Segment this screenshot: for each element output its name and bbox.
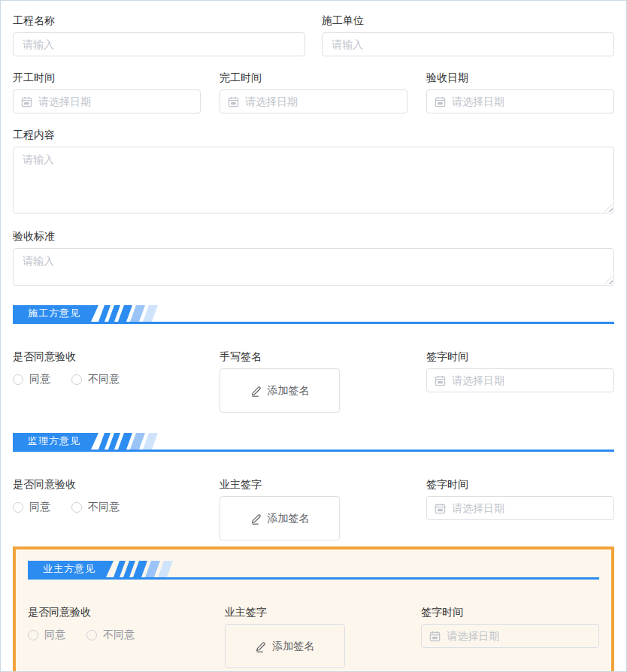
- add-signature-label: 添加签名: [268, 512, 310, 525]
- start-date-input[interactable]: [38, 95, 192, 107]
- radio-disagree-label: 不同意: [88, 373, 120, 386]
- project-content-label: 工程内容: [13, 127, 614, 142]
- section-header-owner: 业主方意见: [28, 561, 599, 580]
- add-signature-button[interactable]: 添加签名: [220, 496, 340, 540]
- signature-label: 业主签字: [225, 604, 403, 619]
- calendar-icon: [228, 96, 239, 107]
- calendar-icon: [21, 96, 32, 107]
- field-project-name: 工程名称: [13, 13, 305, 56]
- section-constructor-fields: 是否同意验收 同意 不同意 手写签名 添加签名 签字时间: [13, 349, 614, 413]
- construction-unit-input[interactable]: [322, 32, 614, 56]
- radio-agree[interactable]: 同意: [13, 501, 50, 514]
- radio-agree[interactable]: 同意: [13, 373, 50, 386]
- radio-circle-icon[interactable]: [28, 630, 38, 640]
- radio-disagree-label: 不同意: [88, 501, 120, 514]
- agree-question-label: 是否同意验收: [28, 604, 206, 619]
- field-construction-unit: 施工单位: [322, 13, 614, 56]
- sign-time-picker[interactable]: [426, 368, 614, 392]
- field-sign-time: 签字时间: [426, 477, 614, 540]
- acceptance-standard-label: 验收标准: [13, 229, 614, 244]
- sign-time-picker[interactable]: [421, 624, 599, 648]
- agree-question-label: 是否同意验收: [13, 477, 201, 492]
- field-sign-time: 签字时间: [426, 349, 614, 413]
- sign-time-input[interactable]: [452, 374, 606, 386]
- edit-pencil-icon: [250, 385, 262, 397]
- field-agree: 是否同意验收 同意 不同意: [13, 349, 201, 413]
- section-owner-highlighted: 业主方意见 是否同意验收 同意 不同意: [13, 546, 614, 672]
- section-title: 监理方意见: [13, 433, 98, 450]
- row-dates: 开工时间 完工时间 验收日期: [13, 70, 614, 114]
- project-name-label: 工程名称: [13, 13, 305, 28]
- project-name-input[interactable]: [13, 32, 305, 56]
- radio-disagree-label: 不同意: [103, 628, 135, 642]
- radio-agree-label: 同意: [29, 373, 50, 386]
- radio-disagree[interactable]: 不同意: [86, 628, 135, 642]
- section-header-supervisor: 监理方意见: [13, 433, 614, 452]
- radio-circle-icon[interactable]: [71, 502, 82, 513]
- finish-date-input[interactable]: [245, 95, 399, 107]
- radio-circle-icon[interactable]: [13, 374, 23, 385]
- add-signature-label: 添加签名: [268, 384, 310, 398]
- section-title: 施工方意见: [13, 305, 98, 322]
- field-project-content: 工程内容: [13, 127, 614, 213]
- field-agree: 是否同意验收 同意 不同意: [28, 604, 206, 668]
- construction-unit-label: 施工单位: [322, 13, 614, 28]
- calendar-icon: [429, 631, 441, 642]
- field-agree: 是否同意验收 同意 不同意: [13, 477, 201, 540]
- calendar-icon: [435, 96, 446, 107]
- sign-time-picker[interactable]: [426, 496, 614, 520]
- field-signature: 业主签字 添加签名: [220, 477, 407, 540]
- field-acceptance-standard: 验收标准: [13, 229, 614, 286]
- banner-stripes-decoration: [101, 305, 155, 322]
- finish-date-picker[interactable]: [220, 89, 407, 114]
- field-signature: 手写签名 添加签名: [220, 349, 407, 413]
- banner-stripes-decoration: [117, 561, 170, 577]
- acceptance-date-label: 验收日期: [426, 70, 614, 85]
- radio-agree-label: 同意: [44, 628, 65, 642]
- sign-time-label: 签字时间: [426, 349, 614, 364]
- field-start-date: 开工时间: [13, 70, 201, 114]
- acceptance-date-picker[interactable]: [426, 89, 614, 114]
- field-signature: 业主签字 添加签名: [225, 604, 403, 668]
- radio-circle-icon[interactable]: [71, 374, 82, 385]
- edit-pencil-icon: [250, 513, 262, 525]
- sign-time-label: 签字时间: [421, 604, 599, 619]
- signature-label: 业主签字: [220, 477, 407, 492]
- sign-time-input[interactable]: [447, 630, 591, 642]
- radio-agree[interactable]: 同意: [28, 628, 65, 642]
- radio-agree-label: 同意: [29, 501, 50, 514]
- sign-time-input[interactable]: [452, 502, 606, 514]
- radio-disagree[interactable]: 不同意: [71, 373, 120, 386]
- section-owner-fields: 是否同意验收 同意 不同意 业主签字 添加签名: [28, 604, 599, 668]
- add-signature-label: 添加签名: [272, 640, 314, 653]
- add-signature-button[interactable]: 添加签名: [220, 368, 340, 413]
- finish-date-label: 完工时间: [220, 70, 407, 85]
- field-acceptance-date: 验收日期: [426, 70, 614, 114]
- agree-question-label: 是否同意验收: [13, 349, 201, 364]
- section-supervisor-fields: 是否同意验收 同意 不同意 业主签字 添加签名 签字时间: [13, 477, 614, 540]
- edit-pencil-icon: [255, 640, 267, 652]
- row-name-unit: 工程名称 施工单位: [13, 13, 614, 56]
- acceptance-form-page: 工程名称 施工单位 开工时间 完工时间 验收日期: [0, 0, 627, 672]
- section-title: 业主方意见: [28, 561, 114, 577]
- banner-stripes-decoration: [101, 433, 155, 450]
- sign-time-label: 签字时间: [426, 477, 614, 492]
- field-finish-date: 完工时间: [220, 70, 407, 114]
- acceptance-standard-textarea[interactable]: [13, 248, 614, 286]
- signature-label: 手写签名: [220, 349, 407, 364]
- calendar-icon: [435, 375, 446, 386]
- radio-circle-icon[interactable]: [86, 630, 97, 640]
- radio-circle-icon[interactable]: [13, 502, 23, 513]
- acceptance-date-input[interactable]: [452, 95, 606, 107]
- start-date-label: 开工时间: [13, 70, 201, 85]
- section-header-constructor: 施工方意见: [13, 305, 614, 324]
- add-signature-button[interactable]: 添加签名: [225, 624, 345, 668]
- radio-disagree[interactable]: 不同意: [71, 501, 120, 514]
- project-content-textarea[interactable]: [13, 147, 614, 213]
- field-sign-time: 签字时间: [421, 604, 599, 668]
- calendar-icon: [435, 503, 446, 514]
- start-date-picker[interactable]: [13, 89, 201, 114]
